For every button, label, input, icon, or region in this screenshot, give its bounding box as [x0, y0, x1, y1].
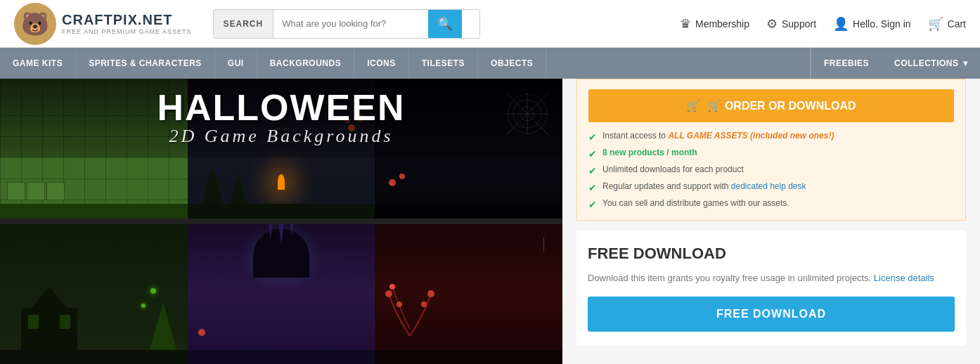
berry: [198, 329, 205, 336]
halloween-subtitle: 2D Game Backgrounds: [11, 126, 552, 147]
free-download-section: FREE DOWNLOAD Download this item grants …: [576, 230, 966, 346]
nav-tilesets[interactable]: TILESETS: [409, 48, 478, 79]
tile-block: [7, 182, 25, 200]
benefit-list: ✔ Instant access to ALL GAME ASSETS (inc…: [588, 131, 954, 210]
nav-objects[interactable]: OBJECTS: [478, 48, 546, 79]
svg-point-7: [385, 290, 392, 297]
search-label: SEARCH: [214, 10, 274, 38]
support-label: Support: [782, 18, 816, 30]
nav-backgrounds[interactable]: BACKGROUNDS: [257, 48, 355, 79]
nav-freebies[interactable]: FREEBIES: [811, 48, 882, 79]
nav-collections[interactable]: COLLECTIONS ▾: [882, 48, 980, 79]
spider-area: [540, 232, 548, 252]
cart-label: Cart: [948, 18, 966, 30]
check-icon: ✔: [588, 148, 597, 160]
orb: [141, 304, 146, 308]
search-icon: 🔍: [437, 16, 453, 32]
haunted-house: [21, 308, 77, 350]
free-download-button[interactable]: FREE DOWNLOAD: [588, 297, 955, 332]
benefit-item-1: ✔ Instant access to ALL GAME ASSETS (inc…: [588, 131, 954, 143]
cart-link[interactable]: 🛒 Cart: [928, 16, 966, 32]
nav-right: FREEBIES COLLECTIONS ▾: [811, 48, 980, 79]
nav-gui[interactable]: GUI: [215, 48, 257, 79]
membership-link[interactable]: ♛ Membership: [680, 16, 749, 32]
cart-icon: 🛒: [928, 16, 943, 32]
torch-flame: [278, 174, 285, 190]
license-details-link[interactable]: License details: [874, 273, 934, 283]
tree: [149, 302, 177, 351]
halloween-overlay: HALLOWEEN 2D Game Backgrounds: [0, 79, 562, 157]
nav-icons[interactable]: ICONS: [354, 48, 409, 79]
chevron-down-icon: ▾: [963, 58, 968, 68]
collections-label: COLLECTIONS: [894, 58, 959, 68]
svg-point-11: [421, 301, 427, 307]
search-button[interactable]: 🔍: [428, 10, 462, 38]
spider-leg: [534, 232, 539, 235]
bg-cell-dark-green: [0, 221, 188, 364]
bg-cell-dark-red-cave: [375, 221, 562, 364]
window: [60, 315, 70, 329]
benefit-text-2: 8 new products / month: [602, 148, 697, 157]
logo-icon: 🐻: [14, 3, 56, 45]
logo-title: CRAFTPIX.NET: [62, 12, 192, 28]
main-content: HALLOWEEN 2D Game Backgrounds 🛒 🛒 ORDER …: [0, 79, 980, 364]
logo-area[interactable]: 🐻 CRAFTPIX.NET FREE AND PREMIUM GAME ASS…: [14, 3, 192, 45]
free-download-title: FREE DOWNLOAD: [588, 245, 955, 263]
search-area: SEARCH 🔍: [213, 9, 480, 39]
svg-point-10: [396, 301, 402, 307]
main-nav: GAME KITS SPRITES & CHARACTERS GUI BACKG…: [0, 48, 980, 79]
check-icon: ✔: [588, 182, 597, 193]
bg-cell-purple-cave: [188, 221, 375, 364]
hero-image-area: HALLOWEEN 2D Game Backgrounds: [0, 79, 562, 364]
check-icon: ✔: [588, 131, 597, 143]
benefit-item-5: ✔ You can sell and distribute games with…: [588, 198, 954, 210]
benefit-text-5: You can sell and distribute games with o…: [602, 198, 789, 208]
signin-label: Hello. Sign in: [853, 18, 911, 30]
check-icon: ✔: [588, 199, 597, 210]
halloween-title: HALLOWEEN: [11, 89, 552, 126]
nav-sprites-characters[interactable]: SPRITES & CHARACTERS: [76, 48, 215, 79]
orb: [150, 288, 156, 294]
help-desk-link[interactable]: dedicated help desk: [731, 181, 806, 191]
user-icon: 👤: [833, 16, 849, 32]
benefit-item-3: ✔ Unlimited downloads for each product: [588, 164, 954, 176]
stalactite: [278, 221, 284, 246]
platform-row: [7, 182, 65, 200]
nav-game-kits[interactable]: GAME KITS: [0, 48, 76, 79]
search-input[interactable]: [273, 10, 428, 38]
membership-label: Membership: [695, 18, 749, 30]
tile-block: [46, 182, 65, 200]
benefit-text-4: Regular updates and support with dedicat…: [602, 181, 806, 191]
support-link[interactable]: ⚙ Support: [766, 16, 816, 32]
benefit-item-4: ✔ Regular updates and support with dedic…: [588, 181, 954, 193]
svg-point-8: [427, 290, 434, 297]
tile-block: [27, 182, 45, 200]
window: [28, 315, 39, 329]
tree-silhouette: [202, 165, 223, 204]
order-icon: 🛒: [686, 99, 700, 112]
row-separator: [0, 219, 562, 224]
order-download-button[interactable]: 🛒 🛒 ORDER OR DOWNLOAD: [588, 89, 954, 122]
logo-text: CRAFTPIX.NET FREE AND PREMIUM GAME ASSET…: [62, 12, 192, 35]
header-right: ♛ Membership ⚙ Support 👤 Hello. Sign in …: [680, 16, 966, 32]
nav-divider: [546, 48, 811, 79]
tree-silhouette: [230, 172, 247, 204]
site-header: 🐻 CRAFTPIX.NET FREE AND PREMIUM GAME ASS…: [0, 0, 980, 48]
benefit-text-1: Instant access to ALL GAME ASSETS (inclu…: [602, 131, 834, 141]
right-panel: 🛒 🛒 ORDER OR DOWNLOAD ✔ Instant access t…: [562, 79, 980, 364]
check-icon: ✔: [588, 165, 597, 176]
signin-link[interactable]: 👤 Hello. Sign in: [833, 16, 911, 32]
stalactites: [269, 221, 294, 246]
benefit-item-2: ✔ 8 new products / month: [588, 148, 954, 160]
spider-body: [540, 232, 548, 238]
red-plant: [382, 266, 424, 322]
spider-thread: [543, 238, 544, 252]
plant-svg: [382, 266, 438, 336]
crown-icon: ♛: [680, 16, 691, 32]
free-download-desc: Download this item grants you royalty fr…: [588, 271, 955, 285]
order-button-label: 🛒 ORDER OR DOWNLOAD: [707, 99, 856, 112]
logo-sub: FREE AND PREMIUM GAME ASSETS: [62, 28, 192, 35]
support-icon: ⚙: [766, 16, 778, 32]
spider-leg: [548, 232, 553, 235]
ground: [188, 350, 375, 364]
